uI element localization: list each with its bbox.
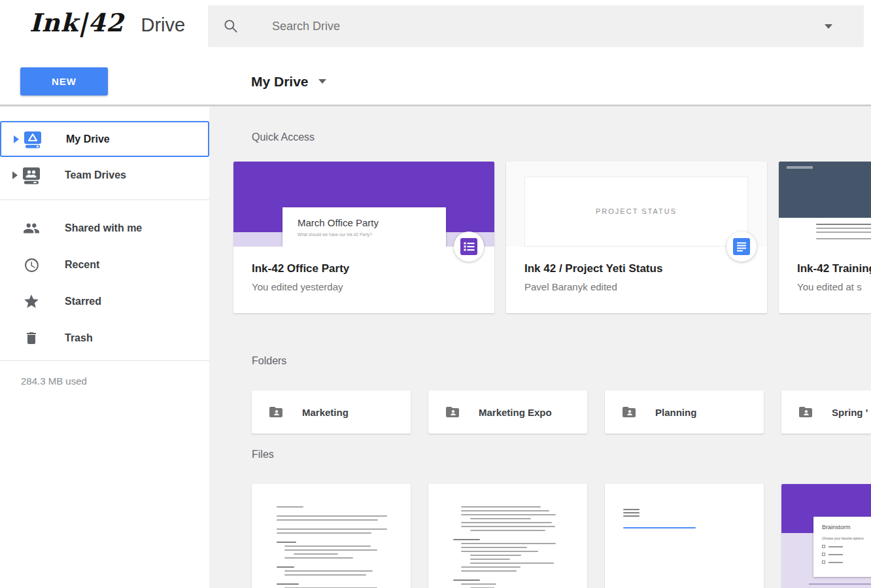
sidebar-item-my-drive[interactable]: My Drive bbox=[0, 121, 209, 157]
people-icon bbox=[22, 220, 41, 237]
sidebar-item-starred[interactable]: Starred bbox=[0, 283, 209, 320]
quick-access-card-office-party[interactable]: March Office Party What should we have o… bbox=[233, 162, 494, 313]
form-thumbnail: March Office Party What should we have o… bbox=[233, 162, 494, 247]
sidebar: My Drive Team Drives bbox=[0, 107, 209, 588]
quick-access-card-training[interactable]: Ink-42 Training You edited at s bbox=[779, 162, 871, 313]
expand-arrow-icon[interactable] bbox=[9, 135, 24, 143]
file-activity: Pavel Baranyk edited bbox=[524, 281, 749, 292]
sidebar-item-recent[interactable]: Recent bbox=[0, 247, 209, 283]
quick-access-card-project-yeti[interactable]: PROJECT STATUS Ink 42 / Project Yeti Sta… bbox=[506, 162, 767, 313]
slide-dark-banner bbox=[779, 162, 871, 218]
search-input[interactable] bbox=[272, 20, 825, 33]
folder-label: Spring ' bbox=[832, 407, 868, 418]
file-title: Ink 42 / Project Yeti Status bbox=[524, 262, 749, 275]
shared-folder-icon bbox=[798, 404, 813, 420]
form-preview-heading: March Office Party bbox=[298, 217, 446, 228]
sidebar-item-label: Starred bbox=[65, 296, 101, 307]
my-drive-icon bbox=[24, 130, 42, 148]
folder-planning[interactable]: Planning bbox=[605, 390, 764, 434]
main-content: Quick Access March Office Party What sho… bbox=[209, 107, 871, 588]
files-row: Brainstorm Choose your favorite options bbox=[252, 484, 871, 588]
sidebar-item-label: Trash bbox=[65, 332, 93, 344]
folder-marketing[interactable]: Marketing bbox=[252, 390, 411, 434]
trash-icon bbox=[22, 330, 41, 346]
file-title: Ink-42 Training bbox=[797, 262, 871, 275]
clock-icon bbox=[22, 257, 41, 273]
card-info: Ink-42 Training You edited at s bbox=[779, 247, 871, 292]
sidebar-item-label: Shared with me bbox=[65, 222, 142, 234]
form-preview-subtext: What should we have our Ink-42 Party? bbox=[298, 232, 446, 237]
sidebar-divider bbox=[0, 199, 209, 200]
folder-label: Marketing bbox=[302, 407, 349, 418]
forms-icon bbox=[460, 238, 477, 255]
sidebar-divider bbox=[0, 360, 209, 361]
thumbnail-text-lines bbox=[809, 583, 871, 585]
brand-logo-text: Ink|42 bbox=[29, 8, 124, 37]
doc-preview-page: PROJECT STATUS bbox=[524, 177, 748, 247]
sidebar-item-trash[interactable]: Trash bbox=[0, 320, 209, 356]
docs-icon bbox=[733, 238, 750, 255]
brand-logo[interactable]: Ink|42 Drive bbox=[29, 8, 185, 37]
top-bar: Ink|42 Drive NEW My Drive bbox=[0, 0, 871, 105]
form-preview-subtext: Choose your favorite options bbox=[822, 536, 871, 540]
slide-thumbnail bbox=[779, 162, 871, 247]
search-icon-glyph bbox=[222, 18, 239, 35]
file-card-letter-document[interactable] bbox=[252, 484, 411, 588]
file-activity: You edited at s bbox=[797, 281, 871, 292]
search-options-caret-icon[interactable] bbox=[825, 24, 832, 29]
checkbox-option bbox=[822, 561, 871, 564]
docs-badge bbox=[726, 232, 757, 262]
thumbnail-text-lines bbox=[277, 506, 387, 588]
sidebar-item-shared-with-me[interactable]: Shared with me bbox=[0, 210, 209, 247]
file-card-notes-document[interactable] bbox=[428, 484, 587, 588]
folder-marketing-expo[interactable]: Marketing Expo bbox=[428, 390, 587, 434]
forms-badge bbox=[454, 232, 484, 262]
product-name: Drive bbox=[141, 14, 185, 36]
sidebar-item-label: Recent bbox=[65, 259, 99, 271]
checkbox-option bbox=[822, 545, 871, 548]
form-preview-card: March Office Party What should we have o… bbox=[282, 207, 446, 247]
sidebar-item-team-drives[interactable]: Team Drives bbox=[0, 157, 209, 193]
thumbnail-text-lines bbox=[623, 509, 740, 531]
file-card-short-document[interactable] bbox=[605, 484, 764, 588]
sidebar-item-label: Team Drives bbox=[65, 169, 126, 181]
file-card-brainstorm-form[interactable]: Brainstorm Choose your favorite options bbox=[781, 484, 871, 588]
checkbox-option bbox=[822, 553, 871, 556]
thumbnail-text-lines bbox=[779, 218, 871, 239]
folder-label: Marketing Expo bbox=[479, 407, 552, 418]
form-preview-heading: Brainstorm bbox=[822, 524, 871, 530]
drive-app: Ink|42 Drive NEW My Drive bbox=[0, 0, 871, 588]
folders-row: Marketing Marketing Expo Planning bbox=[252, 390, 871, 434]
doc-thumbnail: PROJECT STATUS bbox=[506, 162, 767, 247]
star-icon bbox=[22, 293, 41, 310]
thumbnail-text-lines bbox=[453, 506, 564, 588]
form-preview-card: Brainstorm Choose your favorite options bbox=[813, 517, 871, 577]
files-heading: Files bbox=[252, 449, 274, 460]
view-title-dropdown[interactable]: My Drive bbox=[251, 67, 326, 95]
shared-folder-icon bbox=[268, 404, 284, 420]
shared-folder-icon bbox=[621, 404, 637, 420]
shared-folder-icon bbox=[445, 404, 460, 420]
storage-used-text: 284.3 MB used bbox=[21, 375, 209, 387]
new-button[interactable]: NEW bbox=[20, 67, 108, 95]
quick-access-heading: Quick Access bbox=[252, 131, 315, 143]
chevron-down-icon bbox=[318, 79, 326, 84]
search-bar[interactable] bbox=[208, 5, 864, 47]
file-activity: You edited yesterday bbox=[252, 281, 476, 292]
file-title: Ink-42 Office Party bbox=[252, 262, 476, 275]
expand-arrow-icon[interactable] bbox=[8, 171, 22, 179]
view-title-text: My Drive bbox=[251, 74, 309, 90]
folder-spring[interactable]: Spring ' bbox=[781, 390, 871, 434]
doc-preview-heading: PROJECT STATUS bbox=[525, 207, 747, 215]
team-drives-icon bbox=[22, 166, 41, 184]
folder-label: Planning bbox=[655, 407, 696, 418]
folders-heading: Folders bbox=[252, 355, 286, 367]
sidebar-item-label: My Drive bbox=[66, 133, 110, 145]
search-icon[interactable] bbox=[208, 18, 254, 35]
quick-access-row: March Office Party What should we have o… bbox=[233, 162, 871, 313]
